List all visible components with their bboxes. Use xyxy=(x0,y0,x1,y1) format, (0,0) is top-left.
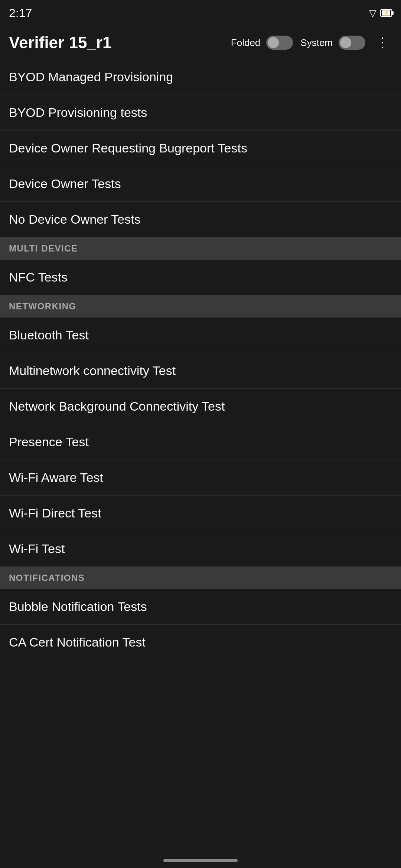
section-header-text: MULTI DEVICE xyxy=(9,243,78,254)
list-item-text: Wi-Fi Direct Test xyxy=(9,506,101,520)
section-header-text: NETWORKING xyxy=(9,301,76,312)
list-item-text: BYOD Managed Provisioning xyxy=(9,70,173,84)
home-indicator xyxy=(163,859,238,862)
list-item[interactable]: Wi-Fi Direct Test xyxy=(0,496,401,531)
section-header-notifications: NOTIFICATIONS xyxy=(0,567,401,589)
status-icons: ▽ ⚡ xyxy=(369,7,392,19)
system-toggle-group: System xyxy=(300,36,365,50)
folded-label: Folded xyxy=(231,37,261,49)
section-header-text: NOTIFICATIONS xyxy=(9,573,85,583)
list-item-text: Multinetwork connectivity Test xyxy=(9,364,176,378)
list-item[interactable]: Device Owner Tests xyxy=(0,166,401,202)
list-item-text: Device Owner Requesting Bugreport Tests xyxy=(9,141,247,155)
list-item[interactable]: Wi-Fi Aware Test xyxy=(0,460,401,496)
list-item-text: Presence Test xyxy=(9,435,89,449)
list-item[interactable]: Device Owner Requesting Bugreport Tests xyxy=(0,131,401,166)
app-header: Verifier 15_r1 Folded System ⋮ xyxy=(0,26,401,59)
list-item[interactable]: No Device Owner Tests xyxy=(0,202,401,237)
folded-toggle[interactable] xyxy=(266,36,293,50)
status-bar: 2:17 ▽ ⚡ xyxy=(0,0,401,26)
list-item[interactable]: Bubble Notification Tests xyxy=(0,589,401,625)
list-item-text: BYOD Provisioning tests xyxy=(9,105,147,120)
list-item[interactable]: Network Background Connectivity Test xyxy=(0,389,401,424)
main-list: BYOD Managed ProvisioningBYOD Provisioni… xyxy=(0,59,401,660)
list-item[interactable]: Presence Test xyxy=(0,424,401,460)
list-item[interactable]: Multinetwork connectivity Test xyxy=(0,353,401,389)
list-item[interactable]: NFC Tests xyxy=(0,260,401,295)
folded-toggle-group: Folded xyxy=(231,36,293,50)
list-item[interactable]: BYOD Managed Provisioning xyxy=(0,59,401,95)
list-item-text: NFC Tests xyxy=(9,270,68,285)
more-options-icon[interactable]: ⋮ xyxy=(373,32,392,53)
list-item-text: No Device Owner Tests xyxy=(9,212,141,227)
list-item-text: Wi-Fi Test xyxy=(9,542,65,556)
system-label: System xyxy=(300,37,333,49)
section-header-networking: NETWORKING xyxy=(0,295,401,318)
battery-bolt: ⚡ xyxy=(384,10,389,16)
list-item[interactable]: CA Cert Notification Test xyxy=(0,625,401,660)
list-item-text: CA Cert Notification Test xyxy=(9,635,146,650)
list-item-text: Device Owner Tests xyxy=(9,177,121,191)
list-item-text: Network Background Connectivity Test xyxy=(9,399,225,414)
list-item-text: Bubble Notification Tests xyxy=(9,599,147,614)
list-item[interactable]: BYOD Provisioning tests xyxy=(0,95,401,131)
list-item[interactable]: Bluetooth Test xyxy=(0,318,401,353)
status-time: 2:17 xyxy=(9,6,32,20)
system-toggle[interactable] xyxy=(339,36,365,50)
signal-icon: ▽ xyxy=(369,7,376,19)
app-title: Verifier 15_r1 xyxy=(9,33,224,52)
list-item-text: Wi-Fi Aware Test xyxy=(9,470,103,485)
section-header-multi-device: MULTI DEVICE xyxy=(0,237,401,260)
list-item-text: Bluetooth Test xyxy=(9,328,89,342)
list-item[interactable]: Wi-Fi Test xyxy=(0,531,401,567)
battery-icon: ⚡ xyxy=(380,9,392,17)
